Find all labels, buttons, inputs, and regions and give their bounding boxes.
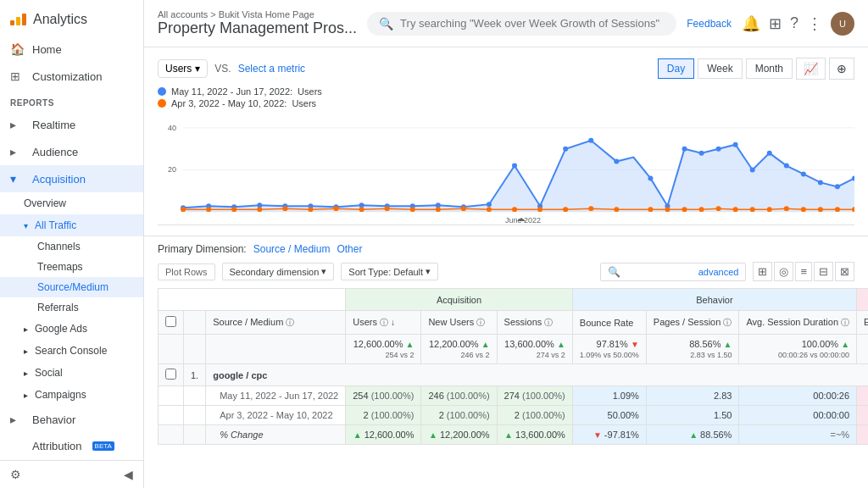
main-content: All accounts > Bukit Vista Home Page Pro… <box>144 0 868 488</box>
sidebar-item-all-traffic[interactable]: ▾ All Traffic <box>0 214 143 236</box>
row-checkbox-1[interactable] <box>165 369 176 380</box>
select-metric-link[interactable]: Select a metric <box>238 63 305 75</box>
line-chart-icon[interactable]: 📈 <box>796 58 826 80</box>
svg-text:20: 20 <box>168 166 176 175</box>
bounce-rate-header[interactable]: Bounce Rate <box>572 311 646 335</box>
sidebar-item-channels[interactable]: Channels <box>0 236 143 257</box>
ecommerce-rate-header[interactable]: Ecommerce Conversion Rate ⓘ <box>857 311 868 335</box>
avg-session-header[interactable]: Avg. Session Duration ⓘ <box>739 311 857 335</box>
sidebar-item-attribution[interactable]: Attribution BETA <box>0 433 143 459</box>
svg-point-42 <box>308 207 313 212</box>
sidebar-item-home[interactable]: 🏠 Home <box>0 36 143 63</box>
scatter-chart-icon[interactable]: ⊕ <box>829 58 854 80</box>
source-medium-header[interactable]: Source / Medium ⓘ <box>206 311 346 335</box>
metric-label: Users <box>165 63 192 75</box>
table-search-input[interactable] <box>626 266 693 278</box>
sidebar-app-title: Analytics <box>33 12 87 27</box>
expand-icon-campaigns: ▸ <box>24 391 28 400</box>
totals-sessions-cell: 13,600.00% ▲ 274 vs 2 <box>497 335 572 364</box>
totals-users-arrow: ▲ <box>406 340 415 349</box>
checkbox-header[interactable] <box>159 311 184 335</box>
dim-other-dropdown[interactable]: Other <box>337 243 362 255</box>
pivot-view-button[interactable]: ⊟ <box>814 262 833 281</box>
totals-sessions-value: 13,600.00% <box>504 339 554 349</box>
change-new-users-arrow: ▲ <box>429 430 437 440</box>
reports-section-label: REPORTS <box>0 90 143 111</box>
grid-view-button[interactable]: ⊞ <box>753 262 772 281</box>
svg-point-53 <box>588 206 593 211</box>
help-icon[interactable]: ? <box>790 14 798 32</box>
subrow1-sessions-pct: (100.00%) <box>522 391 565 401</box>
svg-point-60 <box>733 207 738 212</box>
svg-point-22 <box>588 138 593 143</box>
sidebar-item-treemaps[interactable]: Treemaps <box>0 257 143 277</box>
subrow2-ecom: 0.00% <box>857 406 868 425</box>
pages-session-header[interactable]: Pages / Session ⓘ <box>646 311 739 335</box>
new-users-col-label: New Users <box>428 317 474 327</box>
table-search-icon: 🔍 <box>608 266 620 278</box>
chart-left-controls: Users ▾ VS. Select a metric <box>158 59 305 78</box>
sidebar-item-realtime[interactable]: ▸ Realtime <box>0 111 143 138</box>
sidebar-item-source-medium[interactable]: Source/Medium <box>0 277 143 297</box>
analytics-logo-icon <box>10 14 26 25</box>
select-all-checkbox[interactable] <box>165 316 176 327</box>
sidebar-item-search-console[interactable]: ▸ Search Console <box>0 340 143 362</box>
topbar-search-box[interactable]: 🔍 <box>367 12 676 36</box>
change-bounce-arrow: ▼ <box>593 430 602 440</box>
change-pages-val: 88.56% <box>700 430 732 440</box>
bounce-rate-col-label: Bounce Rate <box>580 318 634 328</box>
feedback-link[interactable]: Feedback <box>687 18 732 30</box>
totals-pages-cell: 88.56% ▲ 2.83 vs 1.50 <box>646 335 739 364</box>
day-button[interactable]: Day <box>658 58 694 79</box>
sidebar-collapse-icon[interactable]: ◀ <box>124 468 133 481</box>
home-icon: 🏠 <box>10 42 24 56</box>
sidebar-item-social[interactable]: ▸ Social <box>0 362 143 384</box>
secondary-dim-button[interactable]: Secondary dimension ▾ <box>222 263 335 280</box>
dim-source-medium-link[interactable]: Source / Medium <box>253 243 331 255</box>
table-search[interactable]: 🔍 advanced <box>600 263 747 281</box>
behavior-header: Behavior <box>572 289 856 311</box>
sidebar-item-audience[interactable]: ▸ Audience <box>0 138 143 165</box>
totals-new-users-detail: 246 vs 2 <box>461 351 490 359</box>
sort-type-button[interactable]: Sort Type: Default ▾ <box>341 263 438 280</box>
sidebar-item-social-label: Social <box>35 367 63 379</box>
apps-icon[interactable]: ⊞ <box>769 14 782 33</box>
chart-area: 40 20 <box>158 115 854 225</box>
attribution-beta-badge: BETA <box>92 441 114 451</box>
week-button[interactable]: Week <box>698 58 742 79</box>
user-avatar[interactable]: U <box>831 12 854 36</box>
sidebar-item-settings[interactable]: ⚙ ◀ <box>0 461 143 488</box>
notifications-icon[interactable]: 🔔 <box>742 14 760 33</box>
group-checkbox-cell[interactable] <box>159 364 184 386</box>
sessions-header[interactable]: Sessions ⓘ <box>497 311 572 335</box>
subrow1-num <box>184 386 206 406</box>
change-ecom: 0.00% <box>857 425 868 445</box>
sidebar-item-acquisition[interactable]: ▾ Acquisition <box>0 165 143 192</box>
sidebar-item-customization[interactable]: ⊞ Customization <box>0 63 143 90</box>
sidebar-item-referrals[interactable]: Referrals <box>0 297 143 318</box>
sidebar-item-overview[interactable]: Overview <box>0 192 143 214</box>
users-header[interactable]: Users ⓘ ↓ <box>346 311 421 335</box>
comparison-view-button[interactable]: ≡ <box>795 262 812 281</box>
lifetime-view-button[interactable]: ⊠ <box>835 262 854 281</box>
search-input[interactable] <box>400 17 665 30</box>
sidebar-item-treemaps-label: Treemaps <box>37 261 83 273</box>
svg-point-19 <box>512 164 517 169</box>
subrow1-period: May 11, 2022 - Jun 17, 2022 <box>206 386 346 406</box>
change-new-users-val: 12,200.00% <box>440 430 490 440</box>
month-button[interactable]: Month <box>746 58 793 79</box>
pie-view-button[interactable]: ◎ <box>774 262 793 281</box>
plot-rows-button[interactable]: Plot Rows <box>158 263 215 280</box>
new-users-header[interactable]: New Users ⓘ <box>421 311 497 335</box>
svg-point-23 <box>614 159 619 164</box>
advanced-link[interactable]: advanced <box>698 267 739 277</box>
users-info-icon: ⓘ <box>380 318 388 327</box>
sidebar-item-campaigns[interactable]: ▸ Campaigns <box>0 384 143 406</box>
subrow2-new-users-pct: (100.00%) <box>447 410 490 420</box>
sidebar-item-behavior[interactable]: ▸ Behavior <box>0 406 143 433</box>
data-table: Acquisition Behavior Conversions eCommer… <box>158 288 868 445</box>
more-icon[interactable]: ⋮ <box>807 14 822 33</box>
sidebar-logo: Analytics <box>0 0 143 36</box>
sidebar-item-google-ads[interactable]: ▸ Google Ads <box>0 318 143 340</box>
metric-selector[interactable]: Users ▾ <box>158 59 208 78</box>
